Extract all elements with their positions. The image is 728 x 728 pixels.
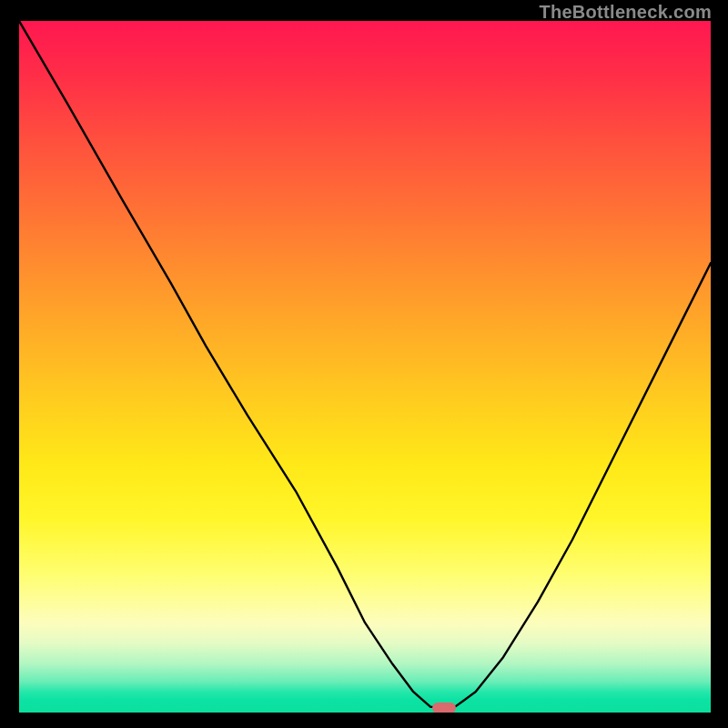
watermark-text: TheBottleneck.com	[539, 2, 712, 23]
plot-area	[19, 21, 711, 713]
gradient-background	[19, 21, 711, 713]
chart-frame: TheBottleneck.com	[0, 0, 728, 728]
